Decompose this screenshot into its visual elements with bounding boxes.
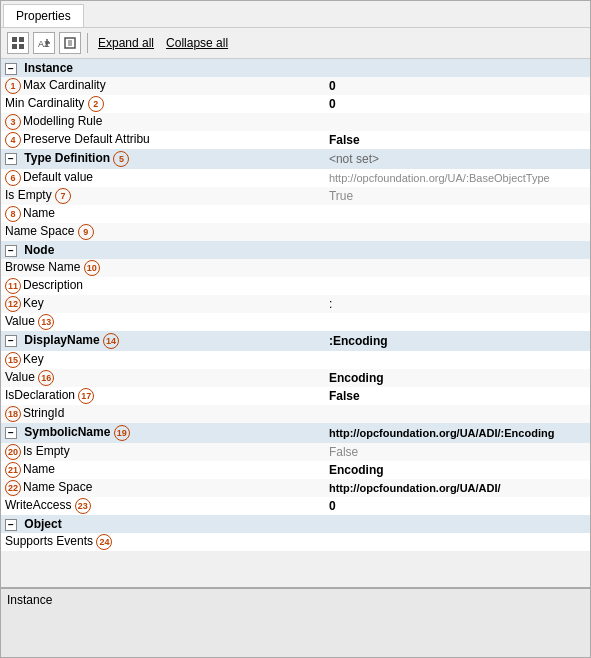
section-instance-header: − Instance <box>1 59 590 77</box>
badge-2: 2 <box>88 96 104 112</box>
prop-name: 21Name <box>1 461 325 479</box>
badge-7: 7 <box>55 188 71 204</box>
object-toggle[interactable]: − <box>5 519 17 531</box>
table-row: Min Cardinality 2 0 <box>1 95 590 113</box>
bottom-panel-label: Instance <box>7 593 52 607</box>
prop-value <box>325 351 590 369</box>
table-row: 15Key <box>1 351 590 369</box>
properties-tab[interactable]: Properties <box>3 4 84 27</box>
symbolicname-toggle[interactable]: − <box>5 427 17 439</box>
displayname-toggle[interactable]: − <box>5 335 17 347</box>
badge-18: 18 <box>5 406 21 422</box>
prop-value: http://opcfoundation.org/UA/ADI/ <box>325 479 590 497</box>
prop-value: 0 <box>325 497 590 515</box>
prop-value: False <box>325 443 590 461</box>
sort-alpha-button[interactable]: AZ <box>33 32 55 54</box>
badge-6: 6 <box>5 170 21 186</box>
badge-4: 4 <box>5 132 21 148</box>
table-row: 4Preserve Default Attribu False <box>1 131 590 149</box>
table-row: Browse Name 10 <box>1 259 590 277</box>
prop-value: 0 <box>325 95 590 113</box>
prop-value <box>325 313 590 331</box>
svg-text:AZ: AZ <box>38 39 50 49</box>
table-row: 12Key : <box>1 295 590 313</box>
instance-toggle[interactable]: − <box>5 63 17 75</box>
table-row: 3Modelling Rule <box>1 113 590 131</box>
tab-bar: Properties <box>1 1 590 28</box>
badge-17: 17 <box>78 388 94 404</box>
table-row: Is Empty 7 True <box>1 187 590 205</box>
table-row: Value 13 <box>1 313 590 331</box>
prop-value <box>325 533 590 551</box>
badge-12: 12 <box>5 296 21 312</box>
badge-15: 15 <box>5 352 21 368</box>
sort-category-button[interactable] <box>7 32 29 54</box>
prop-value <box>325 277 590 295</box>
expand-all-button[interactable]: Expand all <box>94 34 158 52</box>
prop-name: Browse Name 10 <box>1 259 325 277</box>
table-row: IsDeclaration 17 False <box>1 387 590 405</box>
badge-22: 22 <box>5 480 21 496</box>
table-row: WriteAccess 23 0 <box>1 497 590 515</box>
table-row: 18StringId <box>1 405 590 423</box>
section-displayname-header: − DisplayName 14 :Encoding <box>1 331 590 351</box>
table-row: 1Max Cardinality 0 <box>1 77 590 95</box>
badge-21: 21 <box>5 462 21 478</box>
badge-9: 9 <box>78 224 94 240</box>
properties-scroll-area[interactable]: − Instance 1Max Cardinality 0 Min Cardin… <box>1 59 590 587</box>
prop-name: 22Name Space <box>1 479 325 497</box>
prop-name: 20Is Empty <box>1 443 325 461</box>
badge-20: 20 <box>5 444 21 460</box>
prop-value: False <box>325 387 590 405</box>
prop-name: WriteAccess 23 <box>1 497 325 515</box>
section-instance-label: Instance <box>24 61 73 75</box>
section-object-label: Object <box>24 517 61 531</box>
prop-name: 12Key <box>1 295 325 313</box>
prop-value <box>325 405 590 423</box>
prop-value <box>325 205 590 223</box>
main-window: Properties AZ Expand all Collapse all <box>0 0 591 658</box>
symbolicname-header-value: http://opcfoundation.org/UA/ADI/:Encodin… <box>325 423 590 443</box>
typedef-toggle[interactable]: − <box>5 153 17 165</box>
prop-name: 1Max Cardinality <box>1 77 325 95</box>
bottom-panel: Instance <box>1 587 590 657</box>
table-row: 21Name Encoding <box>1 461 590 479</box>
prop-name: Min Cardinality 2 <box>1 95 325 113</box>
prop-name: 6Default value <box>1 169 325 187</box>
prop-name: 11Description <box>1 277 325 295</box>
prop-name: Is Empty 7 <box>1 187 325 205</box>
table-row: Supports Events 24 <box>1 533 590 551</box>
prop-value: Encoding <box>325 369 590 387</box>
svg-rect-2 <box>12 44 17 49</box>
properties-button[interactable] <box>59 32 81 54</box>
prop-value: True <box>325 187 590 205</box>
table-row: Value 16 Encoding <box>1 369 590 387</box>
prop-value <box>325 259 590 277</box>
prop-value: False <box>325 131 590 149</box>
prop-value: http://opcfoundation.org/UA/:BaseObjectT… <box>325 169 590 187</box>
collapse-all-button[interactable]: Collapse all <box>162 34 232 52</box>
svg-rect-1 <box>19 37 24 42</box>
prop-value: : <box>325 295 590 313</box>
prop-name: IsDeclaration 17 <box>1 387 325 405</box>
badge-16: 16 <box>38 370 54 386</box>
badge-10: 10 <box>84 260 100 276</box>
table-row: 8Name <box>1 205 590 223</box>
badge-1: 1 <box>5 78 21 94</box>
section-node-label: Node <box>24 243 54 257</box>
badge-13: 13 <box>38 314 54 330</box>
prop-value <box>325 113 590 131</box>
section-node-header: − Node <box>1 241 590 259</box>
prop-name: 15Key <box>1 351 325 369</box>
table-row: 22Name Space http://opcfoundation.org/UA… <box>1 479 590 497</box>
node-toggle[interactable]: − <box>5 245 17 257</box>
badge-23: 23 <box>75 498 91 514</box>
typedef-header-value: <not set> <box>325 149 590 169</box>
badge-24: 24 <box>96 534 112 550</box>
prop-name: Value 13 <box>1 313 325 331</box>
displayname-header-value: :Encoding <box>325 331 590 351</box>
table-row: 20Is Empty False <box>1 443 590 461</box>
svg-rect-3 <box>19 44 24 49</box>
badge-3: 3 <box>5 114 21 130</box>
section-symbolicname-header: − SymbolicName 19 http://opcfoundation.o… <box>1 423 590 443</box>
